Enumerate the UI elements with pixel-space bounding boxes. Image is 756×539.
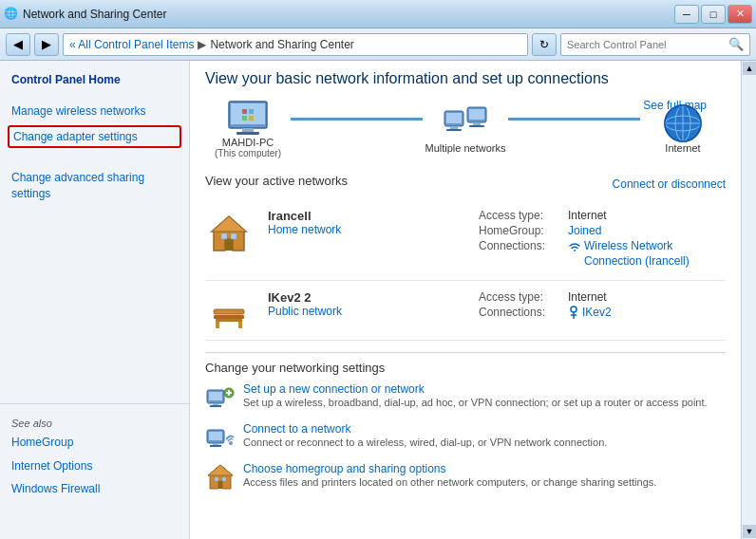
scroll-up-button[interactable]: ▲ — [743, 62, 756, 75]
irancell-info: Access type: Internet HomeGroup: Joined … — [479, 209, 726, 270]
close-button[interactable]: ✕ — [728, 5, 752, 24]
network-row-irancell: Irancell Home network Access type: Inter… — [205, 199, 726, 281]
setting-new-connection: Set up a new connection or network Set u… — [205, 382, 726, 413]
svg-rect-12 — [450, 126, 458, 129]
svg-rect-26 — [231, 233, 236, 239]
ikev2-connections-row: Connections: IKev2 — [479, 306, 726, 319]
title-bar: 🌐 Network and Sharing Center ─ □ ✕ — [0, 0, 756, 28]
see-full-map-link[interactable]: See full map — [643, 99, 707, 112]
svg-point-46 — [229, 441, 233, 445]
svg-rect-2 — [242, 128, 254, 132]
svg-rect-48 — [218, 481, 222, 489]
svg-rect-13 — [446, 129, 462, 131]
active-networks-title: View your active networks — [205, 174, 348, 190]
line1 — [291, 118, 423, 121]
breadcrumb-root[interactable]: « All Control Panel Items — [69, 38, 194, 51]
maximize-button[interactable]: □ — [701, 5, 726, 24]
sidebar-item-internet-options[interactable]: Internet Options — [0, 455, 189, 478]
scrollbar[interactable]: ▲ ▼ — [741, 61, 756, 539]
window-icon: 🌐 — [4, 7, 19, 22]
svg-rect-43 — [209, 432, 222, 440]
diagram-this-computer: MAHDI-PC (This computer) — [205, 99, 291, 158]
connections-label: Connections: — [479, 239, 564, 269]
sidebar-item-windows-firewall[interactable]: Windows Firewall — [0, 477, 189, 501]
minimize-button[interactable]: ─ — [674, 5, 699, 24]
svg-rect-14 — [473, 122, 481, 125]
ikev2-name: IKev2 2 — [268, 290, 463, 305]
vpn-icon — [568, 306, 579, 319]
breadcrumb-current: Network and Sharing Center — [210, 38, 353, 51]
homegroup-icon — [205, 462, 236, 493]
house-icon — [208, 213, 250, 254]
computer-icon — [225, 99, 271, 137]
search-icon: 🔍 — [728, 37, 744, 51]
ikev2-access-row: Access type: Internet — [479, 290, 726, 304]
svg-point-32 — [571, 307, 576, 312]
irancell-type[interactable]: Home network — [268, 223, 463, 236]
irancell-homegroup[interactable]: Joined — [568, 224, 601, 237]
ikev2-icon-area — [205, 290, 253, 330]
setting-homegroup: Choose homegroup and sharing options Acc… — [205, 462, 726, 493]
irancell-homegroup-row: HomeGroup: Joined — [479, 224, 726, 237]
irancell-connections-row: Connections: Wireless Network Connection… — [479, 239, 726, 269]
homegroup-text: Choose homegroup and sharing options Acc… — [243, 462, 726, 489]
networks-icon — [443, 104, 488, 142]
ikev2-access-label: Access type: — [479, 290, 564, 304]
computer-sublabel: (This computer) — [215, 148, 281, 158]
ikev2-connection-link[interactable]: IKev2 — [582, 306, 612, 319]
diagram-multiple-networks: Multiple networks — [423, 104, 508, 154]
multiple-networks-label: Multiple networks — [425, 142, 506, 154]
homegroup-label: HomeGroup: — [479, 224, 564, 237]
breadcrumb: « All Control Panel Items ▶ Network and … — [63, 33, 528, 56]
svg-rect-3 — [236, 132, 259, 135]
svg-rect-5 — [249, 109, 254, 114]
svg-rect-15 — [469, 125, 484, 127]
new-connection-link[interactable]: Set up a new connection or network — [243, 382, 726, 396]
internet-label: Internet — [665, 142, 700, 154]
svg-rect-6 — [242, 116, 247, 121]
breadcrumb-sep: ▶ — [198, 38, 206, 51]
new-connection-icon — [205, 382, 236, 413]
connect-disconnect-link[interactable]: Connect or disconnect — [613, 177, 726, 191]
sidebar-item-change-adapter[interactable]: Change adapter settings — [8, 125, 181, 149]
search-input[interactable] — [567, 39, 725, 50]
computer-label: MAHDI-PC — [222, 137, 274, 148]
see-also-label: See also — [0, 412, 189, 431]
scroll-down-button[interactable]: ▼ — [743, 525, 756, 538]
access-label: Access type: — [479, 209, 564, 222]
irancell-icon-area — [205, 209, 253, 270]
sidebar-item-homegroup[interactable]: HomeGroup — [0, 431, 189, 455]
networking-settings-title: Change your networking settings — [205, 352, 726, 375]
irancell-connection-link[interactable]: Wireless Network Connection (Irancell) — [584, 239, 690, 269]
line2 — [508, 118, 640, 121]
refresh-button[interactable]: ↻ — [532, 33, 557, 56]
svg-rect-45 — [210, 445, 221, 447]
sidebar: Control Panel Home Manage wireless netwo… — [0, 61, 190, 539]
network-row-ikev2: IKev2 2 Public network Access type: Inte… — [205, 281, 726, 341]
svg-rect-23 — [225, 239, 233, 251]
content-area: View your basic network information and … — [190, 61, 741, 539]
window-controls: ─ □ ✕ — [674, 5, 752, 24]
connect-network-text: Connect to a network Connect or reconnec… — [243, 422, 726, 449]
sidebar-item-change-advanced[interactable]: Change advanced sharing settings — [0, 150, 189, 205]
svg-rect-4 — [242, 109, 247, 114]
network-diagram: MAHDI-PC (This computer) — [205, 99, 726, 158]
svg-rect-36 — [209, 392, 222, 400]
sidebar-divider — [0, 403, 189, 404]
sidebar-item-control-panel-home[interactable]: Control Panel Home — [0, 68, 189, 92]
ikev2-type[interactable]: Public network — [268, 305, 463, 318]
sidebar-item-manage-wireless[interactable]: Manage wireless networks — [0, 100, 189, 123]
svg-rect-50 — [215, 477, 218, 481]
svg-rect-11 — [469, 109, 484, 120]
setting-connect-network: Connect to a network Connect or reconnec… — [205, 422, 726, 453]
irancell-details: Irancell Home network — [268, 209, 463, 270]
connect-network-link[interactable]: Connect to a network — [243, 422, 726, 436]
svg-rect-25 — [221, 233, 227, 239]
svg-marker-49 — [208, 465, 233, 475]
forward-button[interactable]: ▶ — [34, 33, 59, 56]
svg-rect-1 — [231, 103, 265, 124]
homegroup-link[interactable]: Choose homegroup and sharing options — [243, 462, 726, 475]
back-button[interactable]: ◀ — [6, 33, 30, 56]
search-box: 🔍 — [560, 33, 750, 56]
connect-network-icon — [205, 422, 236, 453]
